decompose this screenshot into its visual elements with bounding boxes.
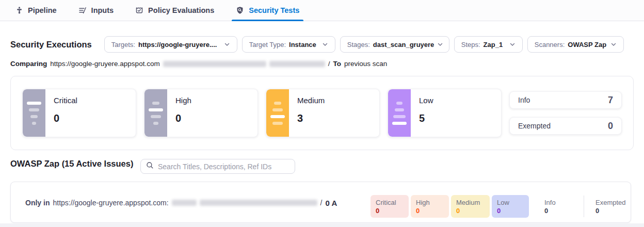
search-input[interactable] — [158, 163, 289, 171]
dropdown-value: Instance — [289, 41, 316, 48]
dropdown-value: OWASP Zap — [568, 41, 606, 48]
tab-security-tests[interactable]: Security Tests — [236, 0, 299, 21]
high-card[interactable]: High 0 — [144, 89, 258, 137]
dropdown-label: Stages: — [347, 41, 370, 48]
chip-count: 0 — [497, 207, 524, 215]
chevron-down-icon — [610, 41, 617, 47]
chip-label: Medium — [456, 199, 485, 206]
only-in-label: Only in — [25, 199, 50, 207]
redacted-text — [269, 61, 325, 67]
high-gauge-icon — [144, 89, 167, 137]
severity-count: 0 — [175, 112, 191, 124]
tab-label: Pipeline — [28, 6, 57, 14]
chevron-down-icon — [509, 41, 516, 47]
medium-card[interactable]: Medium 3 — [266, 89, 380, 137]
tab-pipeline[interactable]: Pipeline — [15, 0, 57, 21]
severity-count: 3 — [297, 112, 325, 124]
severity-count: 0 — [54, 112, 77, 124]
security-executions-heading: Security Executions — [10, 40, 92, 50]
chevron-down-icon — [224, 41, 230, 47]
critical-gauge-icon — [23, 89, 45, 137]
medium-chip: Medium 0 — [451, 195, 490, 218]
comparing-line: Comparing https://google-gruyere.appspot… — [10, 60, 387, 68]
chevron-down-icon — [322, 41, 328, 47]
severity-label: Medium — [297, 96, 325, 105]
tab-label: Policy Evaluations — [148, 6, 214, 14]
redacted-text — [200, 200, 317, 206]
tab-label: Inputs — [91, 6, 114, 14]
tab-label: Security Tests — [249, 6, 299, 14]
dropdown-value: dast_scan_gruyere — [373, 41, 434, 48]
high-chip: High 0 — [411, 195, 449, 218]
chip-count: 0 — [376, 207, 404, 215]
info-chip: Info 0 — [539, 195, 577, 218]
dropdown-value: Zap_1 — [484, 41, 503, 48]
low-gauge-icon — [388, 89, 411, 137]
dropdown-label: Targets: — [111, 41, 135, 48]
tab-inputs[interactable]: Inputs — [78, 0, 114, 21]
comparing-label: Comparing — [10, 60, 47, 68]
chip-label: Exempted — [595, 199, 626, 206]
exempted-count: 0 — [608, 121, 613, 132]
exempted-label: Exempted — [518, 122, 551, 130]
severity-label: Critical — [54, 96, 77, 105]
dropdown-label: Scanners: — [535, 41, 565, 48]
pipeline-icon — [15, 6, 23, 14]
info-exempted-column: Info 7 Exempted 0 — [509, 91, 622, 135]
comparing-url: https://google-gruyere.appspot.com — [50, 60, 159, 68]
exempted-chip: Exempted 0 — [590, 195, 632, 218]
chip-label: Low — [497, 199, 524, 206]
redacted-text — [172, 200, 197, 206]
low-chip: Low 0 — [492, 195, 529, 218]
chip-count: 0 — [416, 207, 444, 215]
low-card[interactable]: Low 5 — [388, 89, 502, 137]
scanners-dropdown[interactable]: Scanners: OWASP Zap — [527, 36, 624, 53]
comparing-to-label: To — [333, 60, 341, 68]
dropdown-label: Steps: — [461, 41, 480, 48]
comparing-separator: / — [328, 60, 330, 68]
targets-dropdown[interactable]: Targets: https://google-gruyere.... — [104, 36, 237, 53]
issue-row-separator: / — [320, 199, 323, 207]
critical-chip: Critical 0 — [371, 195, 409, 218]
info-count: 7 — [608, 95, 613, 106]
dropdown-label: Target Type: — [249, 41, 286, 48]
issue-row[interactable]: Only in https://google-gruyere.appspot.c… — [10, 182, 631, 223]
steps-dropdown[interactable]: Steps: Zap_1 — [454, 36, 523, 53]
stages-dropdown[interactable]: Stages: dast_scan_gruyere — [340, 36, 449, 53]
severity-summary-card: Critical 0 High 0 Medium 3 — [10, 76, 634, 150]
critical-card[interactable]: Critical 0 — [22, 89, 136, 137]
chevron-down-icon — [437, 41, 443, 47]
redacted-text — [163, 61, 266, 67]
severity-label: High — [175, 96, 191, 105]
medium-gauge-icon — [266, 89, 289, 137]
chip-label: Info — [544, 199, 572, 206]
policy-evaluations-icon — [135, 6, 143, 14]
security-tests-icon — [236, 6, 244, 14]
exempted-card[interactable]: Exempted 0 — [509, 117, 622, 135]
chip-count: 0 — [456, 207, 485, 215]
info-card[interactable]: Info 7 — [509, 91, 622, 109]
chip-label: Critical — [376, 199, 404, 206]
chip-count: 0 — [595, 207, 626, 215]
dropdown-value: https://google-gruyere.... — [138, 41, 217, 48]
active-issues-fragment: 0 A — [325, 199, 337, 207]
chip-label: High — [416, 199, 444, 206]
tab-policy-evaluations[interactable]: Policy Evaluations — [135, 0, 214, 21]
security-tests-page: Pipeline Inputs Policy Evaluations Secur… — [0, 0, 644, 227]
filters-row: Security Executions Targets: https://goo… — [10, 36, 634, 53]
owasp-zap-heading: OWASP Zap (15 Active Issues) — [10, 159, 133, 169]
chip-count: 0 — [544, 207, 572, 215]
issue-row-url: https://google-gruyere.appspot.com: — [53, 199, 168, 207]
info-label: Info — [518, 96, 530, 104]
chip-divider — [584, 196, 584, 217]
filter-dropdowns: Targets: https://google-gruyere.... Targ… — [104, 36, 624, 53]
issues-search[interactable] — [140, 159, 295, 174]
severity-label: Low — [419, 96, 433, 105]
severity-count: 5 — [419, 112, 433, 124]
comparing-to-value: previous scan — [344, 60, 387, 68]
execution-tabbar: Pipeline Inputs Policy Evaluations Secur… — [0, 0, 644, 21]
next-row-background — [0, 223, 644, 227]
issues-header: OWASP Zap (15 Active Issues) — [10, 159, 146, 169]
issue-row-text: Only in https://google-gruyere.appspot.c… — [25, 182, 337, 223]
target-type-dropdown[interactable]: Target Type: Instance — [242, 36, 335, 53]
